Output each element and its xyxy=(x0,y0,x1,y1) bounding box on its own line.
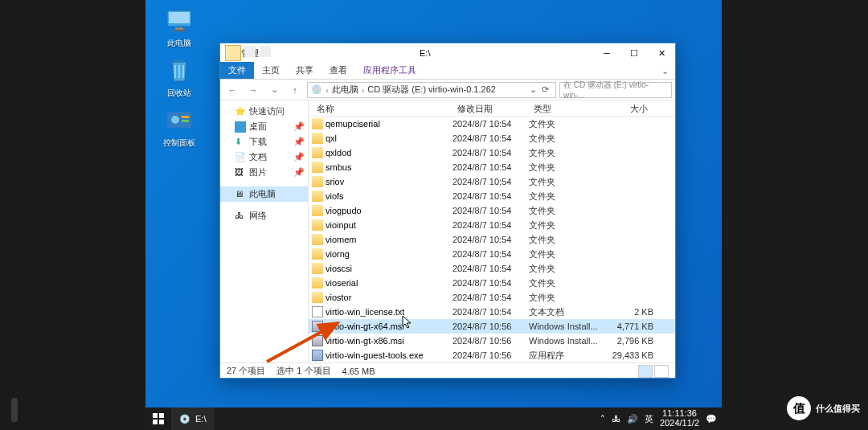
file-date: 2024/8/7 10:56 xyxy=(452,350,529,360)
file-row[interactable]: viofs2024/8/7 10:54文件夹 xyxy=(309,189,675,203)
svg-rect-12 xyxy=(159,420,164,424)
nav-pictures[interactable]: 🖼图片📌 xyxy=(220,165,308,180)
folder-icon xyxy=(312,248,323,260)
back-button[interactable]: ← xyxy=(223,81,241,99)
crumb[interactable]: CD 驱动器 (E:) virtio-win-0.1.262 xyxy=(367,84,496,96)
desktop-label: 此电脑 xyxy=(167,38,191,49)
file-row[interactable]: virtio-win-gt-x86.msi2024/8/7 10:56Windo… xyxy=(309,334,675,348)
maximize-button[interactable]: ☐ xyxy=(620,43,648,63)
tab-file[interactable]: 文件 xyxy=(220,62,254,79)
file-row[interactable]: qxl2024/8/7 10:54文件夹 xyxy=(309,131,675,145)
file-row[interactable]: sriov2024/8/7 10:54文件夹 xyxy=(309,174,675,189)
search-input[interactable]: 在 CD 驱动器 (E:) virtio-win-... xyxy=(559,82,672,98)
file-row[interactable]: viomem2024/8/7 10:54文件夹 xyxy=(309,232,675,247)
file-type: 文件夹 xyxy=(529,263,605,275)
minimize-button[interactable]: ─ xyxy=(593,43,620,63)
tray-up-icon[interactable]: ˄ xyxy=(600,414,605,424)
address-bar-row: ← → ⌄ ↑ 💿 › 此电脑 › CD 驱动器 (E:) virtio-win… xyxy=(220,80,675,100)
file-row[interactable]: qxldod2024/8/7 10:54文件夹 xyxy=(309,145,675,160)
file-row[interactable]: vioinput2024/8/7 10:54文件夹 xyxy=(309,218,675,232)
col-date[interactable]: 修改日期 xyxy=(452,100,529,116)
breadcrumb-bar[interactable]: 💿 › 此电脑 › CD 驱动器 (E:) virtio-win-0.1.262… xyxy=(307,82,556,98)
file-name: smbus xyxy=(326,162,452,172)
file-row[interactable]: smbus2024/8/7 10:54文件夹 xyxy=(309,160,675,174)
file-row[interactable]: vioscsi2024/8/7 10:54文件夹 xyxy=(309,261,675,276)
pictures-icon: 🖼 xyxy=(235,167,246,178)
col-type[interactable]: 类型 xyxy=(529,100,605,116)
up-button[interactable]: ↑ xyxy=(286,81,304,99)
file-row[interactable]: viostor2024/8/7 10:54文件夹 xyxy=(309,290,675,305)
file-rows: i3602024/8/7 10:53文件夹NetKVM2024/8/7 10:5… xyxy=(309,117,675,362)
qat-btn[interactable] xyxy=(244,46,256,57)
file-row[interactable]: viorng2024/8/7 10:54文件夹 xyxy=(309,247,675,261)
tray-ime[interactable]: 英 xyxy=(645,413,653,425)
file-date: 2024/8/7 10:54 xyxy=(452,148,529,158)
svg-rect-2 xyxy=(175,27,183,30)
file-date: 2024/8/7 10:54 xyxy=(452,191,529,201)
file-date: 2024/8/7 10:54 xyxy=(452,177,529,186)
tray-volume-icon[interactable]: 🔊 xyxy=(627,414,638,424)
file-type: 应用程序 xyxy=(529,350,605,362)
svg-rect-11 xyxy=(153,420,158,424)
file-row[interactable]: virtio-win-guest-tools.exe2024/8/7 10:56… xyxy=(309,348,675,362)
download-icon: ⬇ xyxy=(235,137,246,148)
nav-thispc[interactable]: 🖥此电脑 xyxy=(220,186,308,202)
file-date: 2024/8/7 10:54 xyxy=(452,264,529,273)
file-name: viogpudo xyxy=(326,206,452,215)
navigation-pane: ⭐快速访问 桌面📌 ⬇下载📌 📄文档📌 🖼图片📌 🖥此电脑 🖧网络 xyxy=(220,100,309,362)
qat-btn[interactable] xyxy=(260,46,271,57)
nav-desktop[interactable]: 桌面📌 xyxy=(220,119,308,134)
file-name: virtio-win-gt-x64.msi xyxy=(326,321,452,331)
view-large-button[interactable] xyxy=(654,365,669,378)
start-button[interactable] xyxy=(145,407,171,430)
file-type: 文件夹 xyxy=(529,234,605,246)
document-icon: 📄 xyxy=(235,152,246,163)
svg-rect-6 xyxy=(182,116,189,118)
file-type: Windows Install... xyxy=(529,336,605,346)
tab-share[interactable]: 共享 xyxy=(288,62,321,79)
file-date: 2024/8/7 10:54 xyxy=(452,162,529,172)
col-size[interactable]: 大小 xyxy=(605,100,653,116)
nav-downloads[interactable]: ⬇下载📌 xyxy=(220,134,308,149)
desktop-icon-thispc[interactable]: 此电脑 xyxy=(160,6,199,49)
close-button[interactable]: ✕ xyxy=(648,43,675,63)
svg-point-5 xyxy=(171,116,179,124)
view-details-button[interactable] xyxy=(638,365,653,378)
file-row[interactable]: viogpudo2024/8/7 10:54文件夹 xyxy=(309,203,675,218)
file-row[interactable]: virtio-win_license.txt2024/8/7 10:54文本文档… xyxy=(309,305,675,319)
file-row[interactable]: qemupciserial2024/8/7 10:54文件夹 xyxy=(309,117,675,131)
window-title: E:\ xyxy=(420,48,430,58)
nav-quick-access[interactable]: ⭐快速访问 xyxy=(220,104,308,119)
taskbar-clock[interactable]: 11:11:362024/11/2 xyxy=(660,409,699,428)
file-date: 2024/8/7 10:54 xyxy=(452,278,529,288)
file-name: sriov xyxy=(326,177,452,186)
folder-icon xyxy=(312,263,323,274)
nav-network[interactable]: 🖧网络 xyxy=(220,208,308,223)
tab-apptools[interactable]: 应用程序工具 xyxy=(355,62,424,79)
forward-button[interactable]: → xyxy=(244,81,262,99)
tab-view[interactable]: 查看 xyxy=(321,62,355,79)
file-type: 文件夹 xyxy=(529,292,605,304)
tray-notifications-icon[interactable]: 💬 xyxy=(706,414,717,424)
desktop-icon-controlpanel[interactable]: 控制面板 xyxy=(160,106,199,149)
ribbon-expand[interactable]: ⌄ xyxy=(655,63,675,79)
drive-icon: 💿 xyxy=(311,84,322,95)
file-row[interactable]: vioserial2024/8/7 10:54文件夹 xyxy=(309,276,675,290)
taskbar-app-explorer[interactable]: 💿E:\ xyxy=(171,407,214,430)
recent-button[interactable]: ⌄ xyxy=(265,81,283,99)
file-icon xyxy=(312,350,323,361)
outer-left-border xyxy=(0,0,145,430)
file-date: 2024/8/7 10:56 xyxy=(452,336,529,346)
file-pane: 名称 修改日期 类型 大小 i3602024/8/7 10:53文件夹NetKV… xyxy=(309,100,675,362)
refresh-button[interactable]: ⟳ xyxy=(538,84,552,95)
tab-home[interactable]: 主页 xyxy=(254,62,288,79)
file-row[interactable]: virtio-win-gt-x64.msi2024/8/7 10:56Windo… xyxy=(309,319,675,334)
titlebar[interactable]: 管理 E:\ ─ ☐ ✕ xyxy=(220,43,675,63)
crumb[interactable]: 此电脑 xyxy=(332,84,358,96)
folder-icon xyxy=(312,219,323,231)
desktop-icon-recyclebin[interactable]: 回收站 xyxy=(160,56,199,99)
col-name[interactable]: 名称 xyxy=(312,100,452,116)
file-name: qxldod xyxy=(326,148,452,158)
tray-network-icon[interactable]: 🖧 xyxy=(612,414,620,424)
nav-documents[interactable]: 📄文档📌 xyxy=(220,149,308,165)
